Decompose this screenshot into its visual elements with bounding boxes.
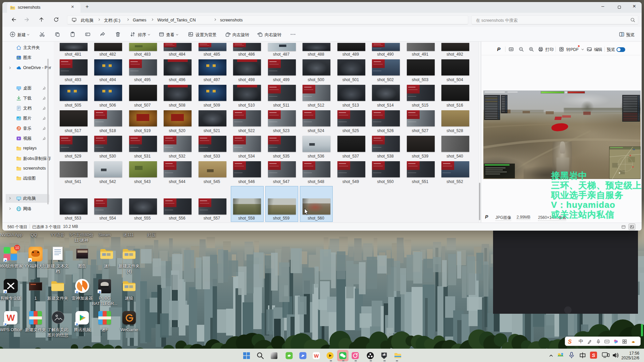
- svg-text:W: W: [314, 353, 319, 359]
